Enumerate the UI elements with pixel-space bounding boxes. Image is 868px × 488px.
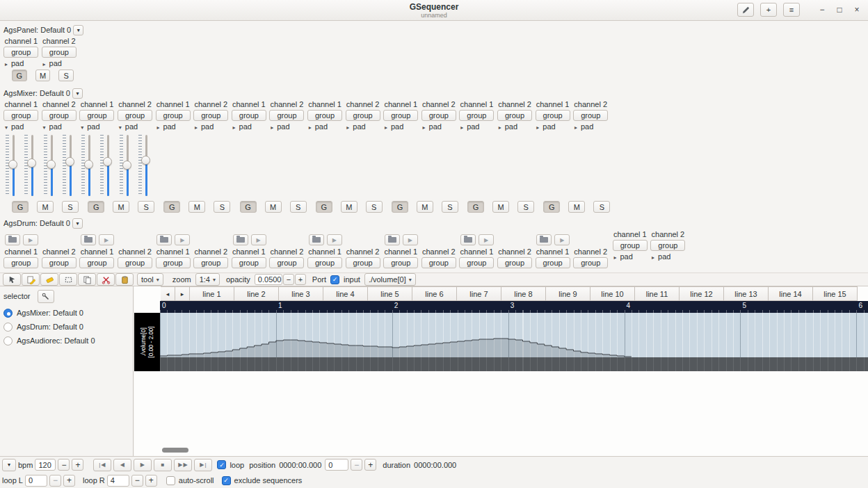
line-tab[interactable]: line 12: [679, 286, 724, 301]
open-button[interactable]: [5, 234, 20, 245]
line-tab[interactable]: line 1: [189, 286, 234, 301]
group-button[interactable]: group: [383, 110, 418, 121]
menu-button[interactable]: ≡: [783, 3, 800, 17]
group-button[interactable]: group: [79, 110, 114, 121]
pad-expander[interactable]: ▾pad: [40, 122, 79, 132]
slider-knob[interactable]: [84, 160, 93, 169]
loop-right-input[interactable]: 4: [107, 475, 129, 487]
g-toggle-button[interactable]: G: [467, 201, 484, 213]
g-toggle-button[interactable]: G: [392, 201, 408, 213]
radio-button[interactable]: [3, 323, 13, 332]
radio-button[interactable]: [3, 309, 13, 318]
open-button[interactable]: [156, 234, 172, 245]
group-button[interactable]: group: [3, 257, 38, 268]
opacity-increment-button[interactable]: +: [295, 274, 306, 285]
select-tool-button[interactable]: [59, 273, 77, 286]
line-tab[interactable]: line 13: [723, 286, 769, 301]
group-button[interactable]: group: [156, 257, 191, 268]
pad-expander[interactable]: ▸pad: [344, 122, 382, 132]
go-to-start-button[interactable]: |◀: [93, 459, 111, 471]
pad-expander[interactable]: ▸pad: [533, 122, 572, 132]
pad-expander[interactable]: ▸pad: [306, 122, 344, 132]
group-button[interactable]: group: [307, 257, 342, 268]
loop-left-increment-button[interactable]: +: [63, 475, 75, 487]
slider-knob[interactable]: [122, 161, 131, 170]
s-toggle-button[interactable]: S: [62, 201, 79, 213]
radio-button[interactable]: [3, 336, 13, 345]
counter-increment-button[interactable]: +: [364, 459, 376, 471]
open-button[interactable]: [385, 234, 400, 245]
s-toggle-button[interactable]: S: [593, 201, 610, 213]
group-button[interactable]: group: [3, 47, 38, 58]
pad-expander[interactable]: ▸pad: [572, 122, 610, 132]
group-button[interactable]: group: [421, 257, 456, 268]
bpm-decrement-button[interactable]: −: [58, 459, 70, 471]
group-button[interactable]: group: [497, 257, 532, 268]
group-button[interactable]: group: [269, 257, 304, 268]
forward-button[interactable]: ▶▶: [174, 459, 192, 471]
loop-left-decrement-button[interactable]: −: [49, 475, 61, 487]
pad-expander[interactable]: ▸pad: [268, 122, 306, 132]
pad-play-button[interactable]: ▶: [251, 234, 266, 245]
slider-knob[interactable]: [27, 158, 36, 168]
pad-expander[interactable]: ▾pad: [116, 122, 154, 132]
machine-menu-button[interactable]: ▾: [72, 88, 83, 99]
s-toggle-button[interactable]: S: [517, 201, 534, 213]
m-toggle-button[interactable]: M: [341, 201, 357, 213]
pad-play-button[interactable]: ▶: [99, 234, 114, 245]
pad-play-button[interactable]: ▶: [403, 234, 418, 245]
g-toggle-button[interactable]: G: [163, 201, 180, 213]
position-tool-button[interactable]: [3, 273, 21, 286]
g-toggle-button[interactable]: G: [240, 201, 257, 213]
s-toggle-button[interactable]: S: [138, 201, 154, 213]
m-toggle-button[interactable]: M: [568, 201, 585, 213]
backward-button[interactable]: ◀: [113, 459, 131, 471]
group-button[interactable]: group: [232, 110, 266, 121]
line-tab[interactable]: line 6: [412, 286, 457, 301]
automation-canvas[interactable]: [160, 313, 868, 371]
loop-checkbox[interactable]: ✓: [217, 460, 226, 469]
s-toggle-button[interactable]: S: [214, 201, 230, 213]
tool-dropdown[interactable]: tool▾: [137, 273, 163, 286]
line-tab[interactable]: line 11: [634, 286, 680, 301]
line-tab[interactable]: line 15: [812, 286, 858, 301]
horizontal-scrollbar[interactable]: [161, 448, 865, 453]
m-toggle-button[interactable]: M: [417, 201, 433, 213]
group-button[interactable]: group: [536, 110, 570, 121]
tabs-scroll-right-button[interactable]: ▸: [175, 286, 190, 301]
group-button[interactable]: group: [346, 257, 380, 268]
pad-play-button[interactable]: ▶: [479, 234, 494, 245]
pad-expander[interactable]: ▸pad: [649, 252, 687, 262]
s-toggle-button[interactable]: S: [366, 201, 383, 213]
group-button[interactable]: group: [459, 257, 494, 268]
m-toggle-button[interactable]: M: [35, 70, 51, 81]
group-button[interactable]: group: [118, 257, 152, 268]
bpm-increment-button[interactable]: +: [72, 459, 83, 471]
clear-tool-button[interactable]: [40, 273, 58, 286]
g-toggle-button[interactable]: G: [88, 201, 104, 213]
group-button[interactable]: group: [383, 257, 418, 268]
group-button[interactable]: group: [459, 110, 494, 121]
slider-knob[interactable]: [47, 160, 56, 169]
port-dropdown[interactable]: ./volume[0]▾: [364, 273, 416, 286]
volume-slider[interactable]: [42, 133, 58, 197]
loop-left-input[interactable]: 0: [25, 475, 47, 487]
volume-slider[interactable]: [61, 133, 77, 197]
tabs-scroll-left-button[interactable]: ◂: [161, 286, 175, 301]
line-tab[interactable]: line 8: [501, 286, 546, 301]
selector-tools-button[interactable]: [38, 290, 54, 303]
g-toggle-button[interactable]: G: [316, 201, 332, 213]
slider-knob[interactable]: [103, 157, 112, 166]
s-toggle-button[interactable]: S: [442, 201, 458, 213]
volume-slider[interactable]: [99, 133, 114, 197]
scrollbar-thumb[interactable]: [162, 448, 188, 453]
group-button[interactable]: group: [421, 110, 456, 121]
m-toggle-button[interactable]: M: [492, 201, 509, 213]
pad-expander[interactable]: ▸pad: [420, 122, 458, 132]
open-button[interactable]: [309, 234, 324, 245]
slider-knob[interactable]: [8, 160, 17, 169]
open-button[interactable]: [460, 234, 476, 245]
line-tab[interactable]: line 7: [456, 286, 501, 301]
close-button[interactable]: ×: [851, 5, 862, 15]
line-tab[interactable]: line 5: [367, 286, 412, 301]
